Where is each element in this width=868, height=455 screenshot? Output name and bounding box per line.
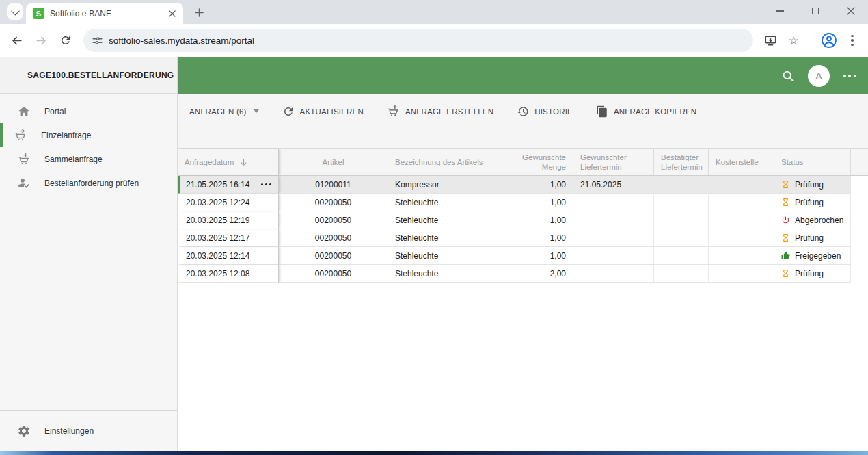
content: ANFRAGEN (6) AKTUALISIEREN ANFRAGE ERSTE… (178, 94, 868, 451)
aktualisieren-label: AKTUALISIEREN (300, 107, 364, 116)
sidebar-item-portal[interactable]: Portal (0, 99, 177, 123)
cell-gewuenschter-liefertermin (573, 247, 654, 265)
table-row[interactable]: 21.05.2025 16:14 01200011 Kompressor 1,0… (178, 176, 868, 194)
table-row[interactable]: 20.03.2025 12:17 00200050 Stehleuchte 1,… (178, 229, 868, 247)
chevron-down-icon (11, 6, 20, 15)
sidebar-header: SAGE100.BESTELLANFORDERUNG (0, 57, 177, 94)
column-label: Gewünschter Liefertermin (580, 153, 636, 172)
table-row[interactable]: 20.03.2025 12:14 00200050 Stehleuchte 1,… (178, 247, 868, 265)
cart-plus-icon (17, 153, 31, 166)
cell-kostenstelle (709, 247, 774, 265)
column-header-gewuenschte-menge[interactable]: Gewünschte Menge (502, 149, 573, 175)
chevron-down-icon (254, 109, 259, 113)
window-maximize-button[interactable] (808, 3, 823, 18)
cell-bezeichnung: Stehleuchte (388, 194, 502, 211)
toolbar-spacer (178, 129, 868, 148)
sidebar-item-label: Sammelanfrage (44, 155, 103, 164)
cell-gewuenschter-liefertermin (573, 229, 654, 247)
historie-label: HISTORIE (534, 107, 573, 116)
column-header-bezeichnung[interactable]: Bezeichnung des Artikels (388, 149, 502, 175)
sidebar-footer: Einstellungen (0, 410, 177, 451)
cell-bezeichnung: Stehleuchte (388, 229, 502, 247)
cell-artikel: 00200050 (279, 265, 388, 283)
site-settings-icon[interactable] (92, 35, 103, 47)
column-header-anfragedatum[interactable]: Anfragedatum (178, 149, 279, 175)
user-avatar[interactable]: A (808, 65, 830, 87)
column-header-status[interactable]: Status (774, 149, 851, 175)
table-row[interactable]: 20.03.2025 12:19 00200050 Stehleuchte 1,… (178, 211, 868, 229)
back-button[interactable] (5, 29, 27, 51)
search-icon[interactable] (778, 66, 798, 86)
table-row[interactable]: 20.03.2025 12:24 00200050 Stehleuchte 1,… (178, 194, 868, 211)
cell-gewuenschte-menge: 1,00 (502, 229, 573, 247)
cell-gewuenschter-liefertermin (573, 194, 654, 211)
home-icon (17, 105, 31, 118)
softfolio-favicon-icon: S (33, 8, 44, 19)
window-controls (772, 0, 863, 22)
cell-status: Prüfung (774, 176, 851, 194)
column-header-gewuenschter-liefertermin[interactable]: Gewünschter Liefertermin (573, 149, 654, 175)
cell-artikel: 00200050 (279, 211, 388, 229)
history-icon (517, 105, 529, 118)
anfrage-kopieren-button[interactable]: ANFRAGE KOPIEREN (596, 105, 696, 118)
anfrage-erstellen-label: ANFRAGE ERSTELLEN (405, 107, 493, 116)
sidebar-item-einstellungen[interactable]: Einstellungen (0, 419, 177, 443)
hourglass-icon (781, 233, 790, 242)
cell-anfragedatum: 21.05.2025 16:14 (178, 176, 279, 194)
cell-gewuenschte-menge: 1,00 (502, 247, 573, 265)
sidebar-item-label: Portal (44, 107, 66, 116)
hourglass-icon (781, 198, 790, 207)
browser-profile-icon[interactable] (819, 30, 839, 51)
status-icon (781, 198, 790, 207)
hourglass-icon (781, 180, 790, 189)
cell-bestaetigter-liefertermin (654, 265, 709, 283)
window-minimize-button[interactable] (772, 3, 787, 18)
header-overflow-menu-icon[interactable] (839, 66, 860, 86)
sidebar-item-einzelanfrage[interactable]: Einzelanfrage (0, 123, 177, 147)
column-header-artikel[interactable]: Artikel (279, 149, 388, 175)
column-header-kostenstelle[interactable]: Kostenstelle (709, 149, 774, 175)
anfragen-dropdown[interactable]: ANFRAGEN (6) (189, 107, 259, 116)
app-title: SAGE100.BESTELLANFORDERUNG (27, 70, 174, 80)
tab-close-icon[interactable] (166, 8, 178, 19)
aktualisieren-button[interactable]: AKTUALISIEREN (282, 105, 364, 118)
app-header: A (178, 57, 868, 94)
sidebar-item-sammelanfrage[interactable]: Sammelanfrage (0, 147, 177, 171)
new-tab-button[interactable] (190, 3, 208, 21)
column-header-bestaetigter-liefertermin[interactable]: Bestätigter Liefertermin (654, 149, 709, 175)
cell-bestaetigter-liefertermin (654, 247, 709, 265)
table-row[interactable]: 20.03.2025 12:08 00200050 Stehleuchte 2,… (178, 265, 868, 283)
cell-anfragedatum: 20.03.2025 12:24 (178, 194, 279, 211)
cell-anfragedatum: 20.03.2025 12:17 (178, 229, 279, 247)
cell-bezeichnung: Stehleuchte (388, 265, 502, 283)
user-check-icon (17, 177, 31, 190)
url-text[interactable]: softfolio-sales.mydata.stream/portal (109, 36, 254, 46)
status-icon (781, 216, 790, 224)
browser-tab[interactable]: S Softfolio e-BANF (26, 3, 183, 24)
url-bar[interactable]: softfolio-sales.mydata.stream/portal (83, 29, 753, 52)
desktop-edge (0, 451, 868, 455)
browser-tab-bar: S Softfolio e-BANF (0, 0, 868, 24)
anfrage-kopieren-label: ANFRAGE KOPIEREN (614, 107, 696, 116)
status-icon (781, 233, 790, 242)
install-app-icon[interactable] (760, 30, 781, 51)
cell-status: Freigegeben (774, 247, 851, 265)
cell-bestaetigter-liefertermin (654, 194, 709, 211)
sidebar-item-bestellanforderung-pruefen[interactable]: Bestellanforderung prüfen (0, 171, 177, 195)
tab-search-button[interactable] (7, 3, 23, 20)
row-actions-menu-icon[interactable] (257, 183, 271, 185)
browser-menu-icon[interactable] (842, 30, 863, 51)
column-label: Kostenstelle (716, 157, 759, 167)
forward-button[interactable] (30, 29, 52, 51)
cell-artikel: 00200050 (279, 194, 388, 211)
reload-button[interactable] (55, 29, 77, 51)
refresh-icon (282, 105, 295, 118)
historie-button[interactable]: HISTORIE (517, 105, 573, 118)
column-label: Bezeichnung des Artikels (395, 157, 483, 167)
power-off-icon (781, 216, 790, 224)
cell-gewuenschte-menge: 2,00 (502, 265, 573, 283)
anfrage-erstellen-button[interactable]: ANFRAGE ERSTELLEN (387, 105, 493, 118)
window-close-button[interactable] (843, 3, 858, 18)
bookmark-star-icon[interactable]: ☆ (783, 30, 804, 51)
sidebar-nav: Portal Einzelanfrage Sammelanfrage Beste… (0, 94, 177, 195)
